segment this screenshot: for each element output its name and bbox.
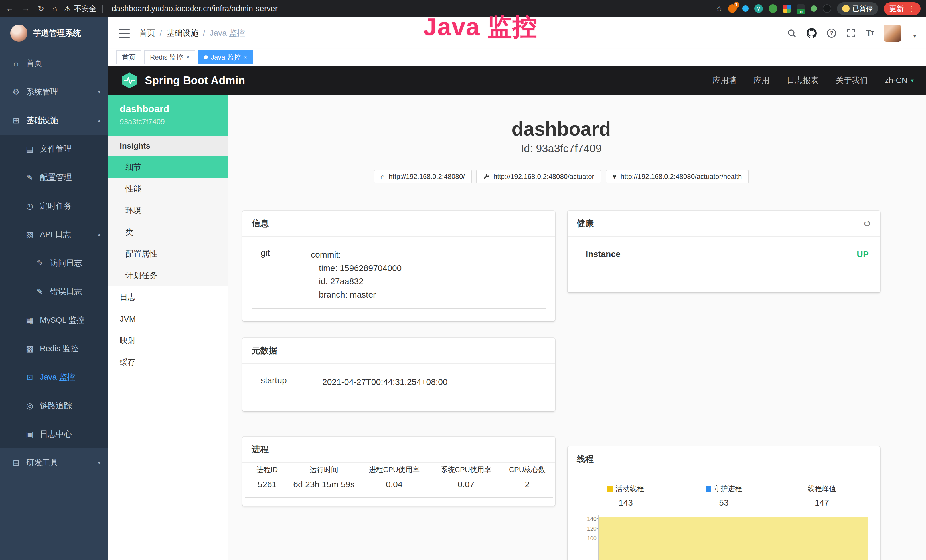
- sba-item-environment[interactable]: 环境: [108, 200, 228, 221]
- log-icon: ▣: [25, 430, 34, 439]
- sidebar-item-java-monitor[interactable]: ⊡ Java 监控: [0, 363, 108, 391]
- sba-item-mappings[interactable]: 映射: [108, 330, 228, 351]
- instance-header: dashboard 93a3fc7f7409: [108, 95, 228, 136]
- legend-peak-threads: 线程峰值 147: [773, 484, 871, 507]
- chrome-update-button[interactable]: 更新 ⋮: [884, 2, 921, 15]
- metadata-card: 元数据 startup 2021-04-27T00:44:31.254+08:0…: [242, 338, 555, 411]
- search-icon[interactable]: [787, 29, 796, 38]
- sba-nav-journal[interactable]: 日志报表: [787, 75, 819, 86]
- instance-name: dashboard: [120, 103, 216, 114]
- sba-locale-select[interactable]: zh-CN ▾: [885, 76, 914, 85]
- extension-icon-green[interactable]: [769, 4, 777, 13]
- threads-chart: 140 120 100: [576, 516, 871, 560]
- extension-icon-switch[interactable]: on: [796, 4, 805, 13]
- sba-item-scheduled-tasks[interactable]: 计划任务: [108, 265, 228, 286]
- paused-label: 已暂停: [852, 4, 873, 13]
- metadata-startup-row: startup 2021-04-27T00:44:31.254+08:00: [251, 374, 546, 396]
- sba-nav-about[interactable]: 关于我们: [836, 75, 868, 86]
- sidebar-item-dev-tools[interactable]: ⊟ 研发工具 ▾: [0, 448, 108, 477]
- cpu-cores-value: 2: [502, 480, 553, 489]
- sidebar-item-home[interactable]: ⌂ 首页: [0, 49, 108, 77]
- sidebar-item-error-logs[interactable]: ✎ 错误日志: [0, 277, 108, 306]
- breadcrumb-current: Java 监控: [210, 28, 245, 38]
- tab-java-monitor[interactable]: Java 监控 ×: [198, 50, 253, 64]
- sidebar-item-log-center[interactable]: ▣ 日志中心: [0, 420, 108, 448]
- font-size-icon[interactable]: TT: [866, 28, 873, 38]
- update-label: 更新: [890, 4, 904, 14]
- sba-item-jvm[interactable]: JVM: [108, 308, 228, 330]
- service-url-link[interactable]: ⌂ http://192.168.0.2:48080/: [374, 170, 472, 183]
- page-title: dashboard: [242, 118, 880, 140]
- extension-icon-dark[interactable]: [823, 4, 831, 13]
- breadcrumb-infra[interactable]: 基础设施: [166, 28, 198, 38]
- extension-icon-blue-drop[interactable]: [742, 5, 749, 12]
- col-process-cpu: 进程CPU使用率: [358, 465, 430, 474]
- tools-icon: ⊟: [11, 458, 21, 468]
- extension-icon-sprout[interactable]: [811, 5, 817, 12]
- back-icon[interactable]: ←: [6, 4, 14, 14]
- sidebar-item-api-logs[interactable]: ▧ API 日志 ▴: [0, 220, 108, 249]
- actuator-url-link[interactable]: http://192.168.0.2:48080/actuator: [476, 170, 601, 183]
- forward-icon[interactable]: →: [22, 4, 30, 14]
- legend-swatch-blue: [705, 486, 711, 492]
- sidebar-item-system[interactable]: ⚙ 系统管理 ▾: [0, 77, 108, 106]
- sidebar-item-tracing[interactable]: ◎ 链路追踪: [0, 391, 108, 420]
- history-icon[interactable]: ↺: [863, 218, 871, 229]
- close-icon[interactable]: ×: [244, 54, 247, 61]
- sba-item-details[interactable]: 细节: [108, 156, 228, 178]
- sba-item-performance[interactable]: 性能: [108, 178, 228, 200]
- breadcrumb-home[interactable]: 首页: [139, 28, 155, 38]
- security-label: 不安全: [74, 4, 96, 14]
- health-url-link[interactable]: ♥ http://192.168.0.2:48080/actuator/heal…: [606, 170, 749, 183]
- sba-nav-wallboard[interactable]: 应用墙: [713, 75, 737, 86]
- sba-nav-applications[interactable]: 应用: [754, 75, 770, 86]
- home-icon: ⌂: [381, 173, 385, 180]
- system-cpu-value: 0.07: [430, 480, 502, 489]
- tab-redis-monitor[interactable]: Redis 监控 ×: [144, 50, 195, 64]
- extension-icon-grid[interactable]: [783, 5, 791, 12]
- sidebar-item-file-management[interactable]: ▤ 文件管理: [0, 135, 108, 163]
- monitor-icon: ⊞: [11, 116, 21, 125]
- home-icon[interactable]: ⌂: [52, 4, 57, 14]
- metadata-key: startup: [251, 375, 322, 389]
- sba-item-caches[interactable]: 缓存: [108, 351, 228, 373]
- extension-icon-teal[interactable]: y: [754, 4, 763, 13]
- paused-chip[interactable]: 已暂停: [837, 2, 878, 15]
- collapse-sidebar-icon[interactable]: [119, 29, 130, 38]
- home-icon: ⌂: [11, 59, 21, 68]
- sba-item-classes[interactable]: 类: [108, 221, 228, 243]
- reload-icon[interactable]: ↻: [38, 4, 44, 14]
- info-card-title: 信息: [242, 211, 555, 237]
- sidebar-item-access-logs[interactable]: ✎ 访问日志: [0, 249, 108, 277]
- col-uptime: 运行时间: [289, 465, 358, 474]
- help-icon[interactable]: ?: [827, 29, 836, 38]
- close-icon[interactable]: ×: [186, 54, 190, 61]
- site-security-chip[interactable]: ⚠ 不安全: [64, 4, 104, 14]
- sba-section-insights: Insights: [108, 136, 228, 156]
- instance-links: ⌂ http://192.168.0.2:48080/ http://192.1…: [242, 170, 880, 183]
- sba-item-config-props[interactable]: 配置属性: [108, 243, 228, 265]
- extension-badge: 1: [734, 2, 739, 8]
- chevron-up-icon: ▴: [98, 232, 100, 238]
- github-icon[interactable]: [806, 28, 817, 38]
- bookmark-star-icon[interactable]: ☆: [716, 4, 722, 13]
- chevron-down-icon: ▾: [98, 89, 100, 95]
- fullscreen-icon[interactable]: [846, 29, 856, 38]
- metadata-card-title: 元数据: [242, 338, 555, 364]
- sidebar-item-mysql-monitor[interactable]: ▦ MySQL 监控: [0, 306, 108, 334]
- tab-home[interactable]: 首页: [117, 50, 141, 64]
- extension-on-badge: on: [796, 9, 805, 14]
- instance-label: Instance: [576, 249, 620, 259]
- sidebar-item-infra[interactable]: ⊞ 基础设施 ▴: [0, 106, 108, 135]
- breadcrumb: 首页 / 基础设施 / Java 监控: [139, 28, 245, 38]
- info-key: git: [251, 248, 311, 301]
- database-icon: ▦: [25, 316, 34, 325]
- avatar[interactable]: [884, 24, 901, 42]
- legend-swatch-yellow: [607, 486, 613, 492]
- address-bar[interactable]: dashboard.yudao.iocoder.cn/infra/admin-s…: [112, 4, 278, 13]
- sidebar-item-redis-monitor[interactable]: ▩ Redis 监控: [0, 334, 108, 363]
- sidebar-item-scheduled-jobs[interactable]: ◷ 定时任务: [0, 192, 108, 220]
- sidebar-item-config-management[interactable]: ✎ 配置管理: [0, 163, 108, 192]
- extension-icon-orange[interactable]: 1: [728, 4, 737, 13]
- sba-item-logs[interactable]: 日志: [108, 286, 228, 308]
